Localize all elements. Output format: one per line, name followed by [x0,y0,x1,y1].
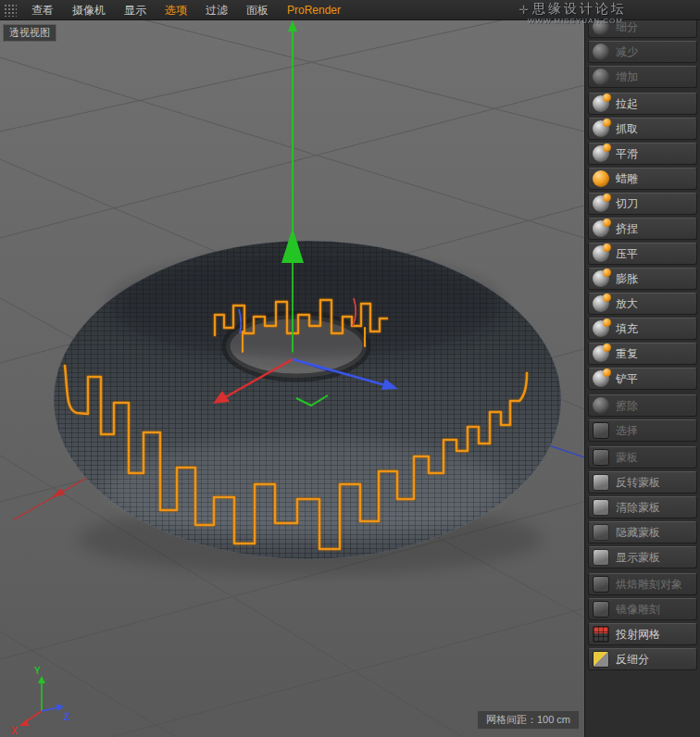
tool-wax[interactable]: 蜡雕 [588,168,697,190]
tool-label: 反细分 [616,652,649,668]
axis-z-label: Z [64,712,69,722]
increase-icon [593,69,609,85]
tool-label: 隐藏蒙板 [616,525,660,541]
fill-icon [593,320,609,337]
menu-display[interactable]: 显示 [115,0,156,20]
tool-clear-mask: 清除蒙板 [588,496,697,518]
menu-grip-icon[interactable] [4,4,17,17]
tool-label: 烘焙雕刻对象 [616,577,682,593]
decrease-icon [593,44,609,60]
tool-label: 填充 [616,321,638,337]
menu-panel[interactable]: 面板 [237,0,278,20]
viewport-canvas[interactable]: Y X Z [0,20,584,737]
menu-view[interactable]: 查看 [22,0,63,20]
group-erase-select: 擦除 选择 [588,394,697,442]
tool-label: 选择 [616,423,638,439]
tool-invert-mask: 反转蒙板 [588,471,697,493]
tool-label: 膨胀 [616,271,638,287]
hide-mask-icon [593,524,609,541]
select-icon [593,422,609,439]
tool-subdivide: 细分 [588,20,697,38]
group-sculpt-tools: 拉起 抓取 平滑 蜡雕 切刀 挤捏 压平 膨胀 放大 填充 [588,93,697,390]
tool-select: 选择 [588,419,697,442]
menu-camera[interactable]: 摄像机 [63,0,115,20]
tool-label: 增加 [616,69,638,85]
tool-label: 切刀 [616,196,638,212]
bake-sculpt-icon [593,576,609,593]
pinch-icon [593,220,609,237]
wax-icon [593,170,609,187]
tool-amplify[interactable]: 放大 [588,293,697,315]
grid-spacing-readout: 网格间距：100 cm [477,710,580,730]
show-mask-icon [593,549,609,566]
tool-mask: 蒙板 [588,446,697,468]
tool-repeat[interactable]: 重复 [588,343,697,365]
tool-hide-mask: 隐藏蒙板 [588,521,697,543]
tool-label: 反转蒙板 [616,475,660,491]
tool-label: 减少 [616,44,638,60]
smooth-icon [593,145,609,162]
tool-mirror-sculpt: 镜像雕刻 [588,598,697,620]
unsubdivide-icon [593,651,609,668]
tool-grab[interactable]: 抓取 [588,118,697,140]
axis-y-label: Y [34,666,41,676]
tool-bake-sculpt-object: 烘焙雕刻对象 [588,573,697,595]
tool-smooth[interactable]: 平滑 [588,143,697,165]
amplify-icon [593,295,609,312]
tool-label: 擦除 [616,398,638,414]
tool-knife[interactable]: 切刀 [588,193,697,215]
erase-icon [593,397,609,414]
perspective-viewport[interactable]: Y X Z 透视视图 网格间距：100 cm [0,20,584,737]
repeat-icon [593,345,609,362]
view-label[interactable]: 透视视图 [3,24,56,42]
tool-label: 显示蒙板 [616,550,660,566]
subdivide-icon [593,20,609,35]
menu-options[interactable]: 选项 [156,0,196,20]
tool-scrape[interactable]: 铲平 [588,368,697,390]
sculpt-tool-panel: 细分 减少 增加 拉起 抓取 平滑 蜡雕 切刀 挤捏 压平 [584,20,700,737]
tool-project-mesh[interactable]: 投射网格 [588,623,697,645]
tool-label: 清除蒙板 [616,500,660,516]
invert-mask-icon [593,474,609,491]
mask-icon [593,449,609,466]
tool-label: 挤捏 [616,221,638,237]
menu-filter[interactable]: 过滤 [196,0,237,20]
viewport-menu-bar: 查看 摄像机 显示 选项 过滤 面板 ProRender [0,0,700,20]
tool-pinch[interactable]: 挤捏 [588,218,697,240]
group-subdivision: 细分 减少 增加 [588,20,697,88]
flatten-icon [593,245,609,262]
axis-x-label: X [11,726,18,736]
tool-label: 抓取 [616,121,638,137]
tool-decrease: 减少 [588,41,697,63]
group-bake: 烘焙雕刻对象 镜像雕刻 投射网格 反细分 [588,573,697,670]
tool-label: 投射网格 [616,627,660,643]
tool-fill[interactable]: 填充 [588,318,697,340]
tool-increase: 增加 [588,66,697,88]
inflate-icon [593,270,609,287]
pull-icon [593,95,609,112]
tool-show-mask: 显示蒙板 [588,546,697,568]
tool-label: 平滑 [616,146,638,162]
tool-label: 放大 [616,296,638,312]
tool-unsubdivide[interactable]: 反细分 [588,648,697,670]
project-mesh-icon [593,626,609,643]
torus-mesh-object[interactable] [54,241,561,559]
tool-flatten[interactable]: 压平 [588,243,697,265]
tool-label: 蜡雕 [616,171,638,187]
grab-icon [593,120,609,137]
tool-label: 压平 [616,246,638,262]
menu-prorender[interactable]: ProRender [278,0,350,20]
tool-pull[interactable]: 拉起 [588,93,697,115]
tool-inflate[interactable]: 膨胀 [588,268,697,290]
tool-label: 拉起 [616,96,638,112]
tool-erase: 擦除 [588,394,697,417]
tool-label: 蒙板 [616,450,638,466]
tool-label: 铲平 [616,371,638,387]
clear-mask-icon [593,499,609,516]
tool-label: 重复 [616,346,638,362]
tool-label: 镜像雕刻 [616,602,660,618]
scrape-icon [593,370,609,387]
mirror-sculpt-icon [593,601,609,618]
group-mask: 蒙板 反转蒙板 清除蒙板 隐藏蒙板 显示蒙板 [588,446,697,568]
knife-icon [593,195,609,212]
